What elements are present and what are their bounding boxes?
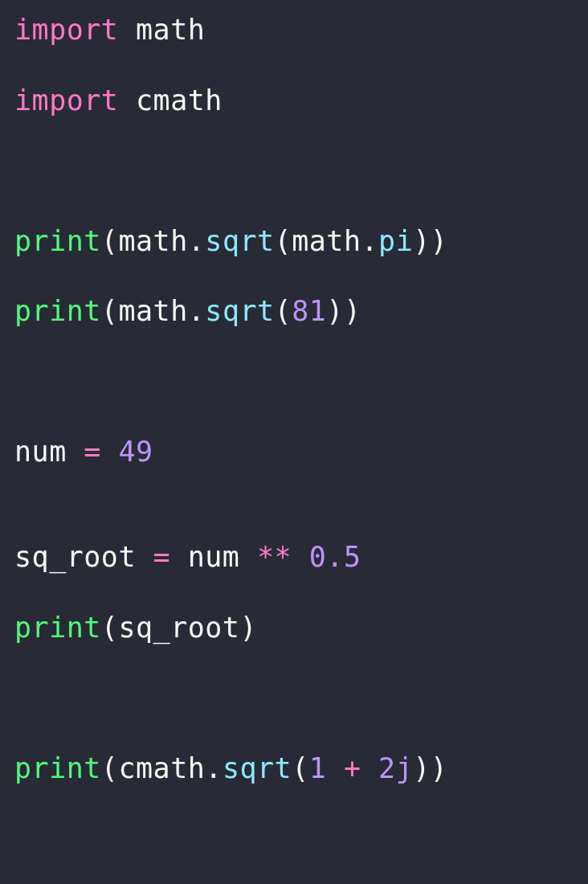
- token-default: sq_root: [14, 541, 153, 573]
- token-default: num: [170, 541, 257, 573]
- token-default: [292, 541, 309, 573]
- token-default: math: [292, 225, 361, 257]
- token-number: 49: [118, 436, 153, 468]
- token-paren: (: [275, 295, 292, 327]
- token-number: 2j: [378, 752, 413, 784]
- token-number: 81: [292, 295, 326, 327]
- token-operator: =: [84, 436, 101, 468]
- token-default: .: [361, 225, 378, 257]
- token-default: sq_root: [118, 612, 239, 644]
- token-default: math: [118, 295, 187, 327]
- token-default: math: [118, 225, 187, 257]
- token-keyword: import: [14, 14, 118, 46]
- token-number: 0.5: [309, 541, 361, 573]
- token-paren: (: [101, 612, 119, 644]
- token-paren: )): [326, 295, 361, 327]
- token-paren: (: [275, 225, 292, 257]
- token-operator: =: [153, 541, 171, 573]
- token-paren: (: [292, 752, 309, 784]
- token-default: [326, 752, 344, 784]
- token-builtin: print: [14, 295, 101, 327]
- token-paren: )): [413, 752, 447, 784]
- token-default: .: [188, 295, 206, 327]
- token-method: sqrt: [205, 295, 274, 327]
- token-method: sqrt: [223, 752, 292, 784]
- token-default: cmath: [118, 84, 222, 117]
- token-builtin: print: [14, 612, 101, 644]
- token-number: 1: [309, 752, 327, 784]
- token-default: math: [118, 14, 205, 46]
- token-paren: (: [101, 752, 119, 784]
- token-default: .: [188, 225, 206, 257]
- token-default: .: [205, 752, 223, 784]
- code-block: import math import cmath print(math.sqrt…: [0, 0, 588, 800]
- token-keyword: import: [14, 84, 118, 117]
- token-method: pi: [378, 225, 413, 257]
- token-paren: )): [413, 225, 447, 257]
- token-paren: ): [239, 612, 257, 644]
- token-default: cmath: [118, 752, 205, 784]
- token-operator: **: [257, 541, 292, 573]
- token-builtin: print: [14, 752, 101, 784]
- token-method: sqrt: [205, 225, 274, 257]
- token-default: num: [14, 436, 84, 468]
- token-builtin: print: [14, 225, 101, 257]
- token-default: [101, 436, 119, 468]
- token-operator: +: [344, 752, 361, 784]
- token-paren: (: [101, 295, 119, 327]
- token-paren: (: [101, 225, 119, 257]
- token-default: [361, 752, 378, 784]
